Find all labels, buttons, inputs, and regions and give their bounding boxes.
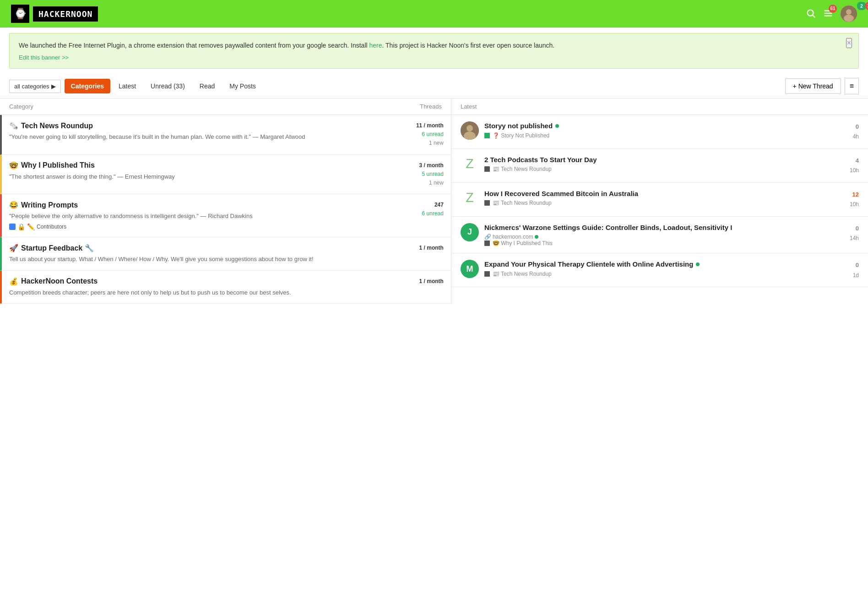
tab-latest[interactable]: Latest: [112, 79, 142, 93]
category-title: 🚀 Startup Feedback 🔧: [9, 244, 398, 252]
search-icon: [806, 8, 816, 18]
tab-read[interactable]: Read: [193, 79, 221, 93]
col-headers-left: Category Threads: [0, 98, 451, 115]
avatar-container[interactable]: 2 32: [841, 5, 857, 22]
category-item[interactable]: 💰 HackerNoon Contests Competition breeds…: [0, 271, 451, 304]
unread-count: 6 unread: [398, 130, 444, 139]
thread-item[interactable]: J Nickmercs' Warzone Settings Guide: Con…: [451, 217, 868, 254]
alerts-badge: 32: [865, 2, 868, 10]
category-desc: Competition breeds character; peers are …: [9, 289, 398, 297]
reply-count: 4: [836, 155, 859, 166]
new-thread-button[interactable]: + New Thread: [785, 78, 841, 94]
banner-close-button[interactable]: ×: [846, 38, 852, 48]
category-icon: 😂: [9, 201, 18, 209]
notification-badge: 61: [829, 5, 837, 13]
thread-content: How I Recovered Scammed Bitcoin in Austr…: [484, 189, 830, 207]
thread-meta: 📰 Tech News Roundup: [484, 166, 830, 172]
category-icon: 💰: [9, 277, 18, 286]
site-status-dot: [535, 235, 538, 239]
category-row: 🤓 Why I Published This "The shortest ans…: [9, 161, 444, 188]
category-title: 🤓 Why I Published This: [9, 161, 398, 170]
banner-link[interactable]: here: [369, 42, 382, 49]
category-row: 🚀 Startup Feedback 🔧 Tell us about your …: [9, 244, 444, 263]
thread-meta: 📰 Tech News Roundup: [484, 271, 830, 277]
hamburger-icon-container[interactable]: 61: [823, 8, 833, 20]
thread-title: Nickmercs' Warzone Settings Guide: Contr…: [484, 223, 830, 232]
thread-stats: 0 1d: [836, 260, 859, 280]
thread-title-text: Expand Your Physical Therapy Clientele w…: [484, 260, 694, 269]
thread-item[interactable]: Z How I Recovered Scammed Bitcoin in Aus…: [451, 183, 868, 217]
col-category-header: Category: [9, 103, 387, 110]
category-info: 🚀 Startup Feedback 🔧 Tell us about your …: [9, 244, 398, 263]
category-icon: 🚀: [9, 244, 18, 252]
header: ⌚ HACKERNOON 61: [0, 0, 868, 27]
thread-avatar: [461, 121, 479, 140]
category-item[interactable]: 🚀 Startup Feedback 🔧 Tell us about your …: [0, 237, 451, 270]
thread-avatar: Z: [461, 155, 479, 174]
thread-title-text: Storyy not published: [484, 121, 553, 131]
thread-item[interactable]: Z 2 Tech Podcasts To Start Your Day 📰 Te…: [451, 149, 868, 183]
category-title: 💰 HackerNoon Contests: [9, 277, 398, 286]
tab-unread[interactable]: Unread (33): [144, 79, 191, 93]
thread-item[interactable]: M Expand Your Physical Therapy Clientele…: [451, 253, 868, 287]
category-color-icon: [484, 133, 490, 138]
unread-count: 6 unread: [398, 209, 444, 218]
category-name: HackerNoon Contests: [21, 277, 98, 285]
thread-time: 10h: [836, 200, 859, 210]
nav-right: + New Thread ≡: [785, 78, 859, 94]
thread-item[interactable]: Storyy not published ❓ Story Not Publish…: [451, 115, 868, 149]
thread-title: Expand Your Physical Therapy Clientele w…: [484, 260, 830, 269]
logo-text[interactable]: HACKERNOON: [33, 6, 98, 22]
thread-time: 14h: [836, 234, 859, 244]
thread-avatar: Z: [461, 189, 479, 208]
categories-dropdown[interactable]: all categories ▶: [9, 80, 61, 93]
nav-tabs: all categories ▶ Categories Latest Unrea…: [0, 74, 868, 98]
col-stats-header: [831, 103, 859, 110]
thread-time: 1d: [836, 271, 859, 281]
category-title: 🗞️ Tech News Roundup: [9, 121, 398, 130]
category-info: 💰 HackerNoon Contests Competition breeds…: [9, 277, 398, 297]
list-layout-button[interactable]: ≡: [845, 78, 859, 94]
thread-title: Storyy not published: [484, 121, 830, 131]
online-dot: [555, 124, 559, 128]
threads-count: 1 / month: [398, 277, 444, 286]
category-row: 💰 HackerNoon Contests Competition breeds…: [9, 277, 444, 297]
thread-avatar: M: [461, 260, 479, 278]
external-link-icon: 🔗: [484, 234, 491, 240]
categories-list: 🗞️ Tech News Roundup "You're never going…: [0, 115, 451, 304]
threads-count: 247: [398, 201, 444, 209]
col-headers-right: Latest: [451, 98, 868, 115]
banner-text: We launched the Free Internet Plugin, a …: [19, 41, 840, 50]
category-icon: 🤓: [9, 161, 18, 170]
category-item[interactable]: 🗞️ Tech News Roundup "You're never going…: [0, 115, 451, 155]
threads-count: 1 / month: [398, 244, 444, 252]
svg-line-1: [813, 15, 815, 17]
tab-categories[interactable]: Categories: [65, 79, 110, 93]
thread-category: 📰 Tech News Roundup: [493, 200, 552, 206]
category-color-icon: [484, 166, 490, 172]
category-stats: 11 / month6 unread1 new: [398, 121, 444, 148]
user-avatar: [841, 5, 857, 22]
thread-stats: 12 10h: [836, 189, 859, 210]
chevron-right-icon: ▶: [51, 83, 56, 90]
category-item[interactable]: 🤓 Why I Published This "The shortest ans…: [0, 155, 451, 195]
reply-count: 0: [836, 260, 859, 270]
logo-area: ⌚ HACKERNOON: [11, 5, 98, 23]
category-icon: 🗞️: [9, 121, 18, 130]
category-name: Tech News Roundup: [21, 122, 93, 130]
thread-stats: 0 14h: [836, 223, 859, 244]
category-info: 🗞️ Tech News Roundup "You're never going…: [9, 121, 398, 141]
edit-banner-link[interactable]: Edit this banner >>: [19, 54, 69, 61]
tab-my-posts[interactable]: My Posts: [223, 79, 262, 93]
announcement-banner: × We launched the Free Internet Plugin, …: [9, 33, 859, 69]
lock-icon: 🔒: [17, 223, 25, 230]
category-desc: "People believe the only alternative to …: [9, 212, 398, 220]
threads-panel: Latest Storyy not published ❓ Story Not …: [451, 98, 868, 304]
thread-avatar: J: [461, 223, 479, 241]
search-icon-container[interactable]: [806, 8, 816, 20]
category-name: Startup Feedback 🔧: [21, 244, 94, 252]
main-content: Category Threads 🗞️ Tech News Roundup "Y…: [0, 98, 868, 304]
category-item[interactable]: 😂 Writing Prompts "People believe the on…: [0, 194, 451, 237]
pencil-icon: ✏️: [27, 223, 35, 230]
tag-icon-blue: [9, 224, 16, 230]
